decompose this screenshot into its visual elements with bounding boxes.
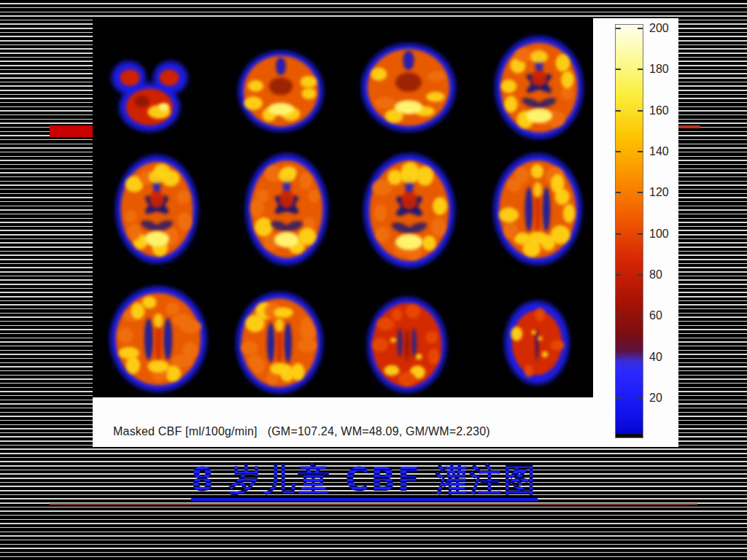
colorbar-tick-mark <box>616 274 621 276</box>
colorbar-tick-mark <box>616 357 621 358</box>
slide-background: Masked CBF [ml/100g/min] (GM=107.24, WM=… <box>0 0 747 560</box>
colorbar-tick-mark <box>616 69 621 70</box>
colorbar-tick-mark <box>638 69 643 70</box>
brain-slice-3 <box>362 44 455 131</box>
colorbar-tick-label: 40 <box>649 350 683 365</box>
brain-slice-11 <box>368 298 446 392</box>
colorbar-tick-label: 200 <box>649 21 683 36</box>
cbf-figure-panel: Masked CBF [ml/100g/min] (GM=107.24, WM=… <box>93 18 678 447</box>
slide-title-row: 8 岁儿童 CBF 灌注图 <box>0 462 747 501</box>
brain-slice-9 <box>110 287 206 392</box>
colorbar-tick-mark <box>638 28 643 29</box>
colorbar-tick-mark <box>616 192 621 193</box>
colorbar-tick-mark <box>616 110 621 112</box>
brain-slices-grid <box>93 18 593 397</box>
decorative-red-bar <box>50 125 93 137</box>
colorbar-tick-mark <box>638 151 643 152</box>
colorbar-tick-mark <box>638 357 643 358</box>
colorbar-tick-label: 160 <box>649 104 683 118</box>
colorbar-tick-label: 120 <box>649 185 683 200</box>
colorbar-tick-mark <box>616 315 621 316</box>
colorbar-bottom-edge <box>616 434 643 438</box>
brain-slice-10 <box>236 292 322 393</box>
colorbar-tick-mark <box>616 233 621 235</box>
colorbar-tick-label: 20 <box>649 391 683 405</box>
brain-slice-7 <box>364 154 454 268</box>
decorative-red-line <box>50 503 697 505</box>
figure-caption: Masked CBF [ml/100g/min] (GM=107.24, WM=… <box>113 416 667 447</box>
colorbar-tick-mark <box>638 274 643 276</box>
colorbar-tick-mark <box>616 151 621 152</box>
brain-slice-5 <box>116 155 198 263</box>
colorbar-tick-mark <box>638 233 643 235</box>
brain-slice-4 <box>495 36 583 139</box>
brain-slice-12 <box>505 301 569 384</box>
brain-slice-2 <box>239 51 323 131</box>
colorbar-tick-mark <box>616 28 621 29</box>
colorbar-tick-mark <box>638 192 643 193</box>
colorbar-tick-label: 100 <box>649 227 683 241</box>
brain-slice-1 <box>112 61 187 131</box>
colorbar-tick-label: 140 <box>649 144 683 159</box>
colorbar-tick-label: 180 <box>649 62 683 77</box>
brain-slice-6 <box>246 154 328 265</box>
brain-slice-8 <box>494 154 581 265</box>
colorbar-tick-mark <box>616 397 621 399</box>
slide-title: 8 岁儿童 CBF 灌注图 <box>191 462 538 501</box>
brain-image-area <box>93 18 593 397</box>
colorbar-tick-mark <box>638 397 643 399</box>
colorbar <box>615 24 643 438</box>
colorbar-tick-label: 80 <box>649 268 683 282</box>
colorbar-tick-label: 60 <box>649 308 683 323</box>
colorbar-tick-mark <box>638 315 643 316</box>
colorbar-tick-mark <box>638 110 643 112</box>
